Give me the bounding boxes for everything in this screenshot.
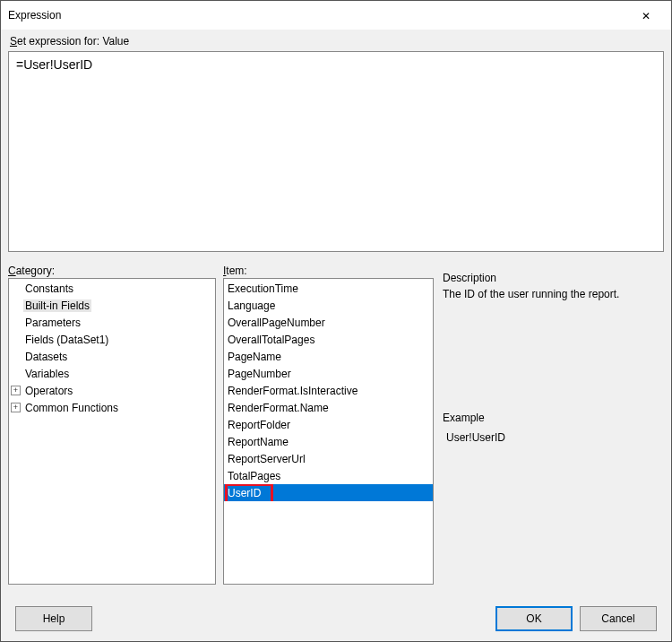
item-column: Item: ExecutionTimeLanguageOverallPageNu… bbox=[223, 265, 434, 594]
plus-icon[interactable]: + bbox=[11, 386, 21, 395]
item-label: Item: bbox=[223, 265, 434, 278]
button-row: Help OK Cancel bbox=[8, 596, 664, 641]
category-column: Category: ConstantsBuilt-in FieldsParame… bbox=[8, 265, 216, 594]
item-list-entry[interactable]: PageNumber bbox=[224, 365, 433, 382]
category-item[interactable]: Datasets bbox=[9, 348, 215, 365]
description-title: Description bbox=[441, 265, 664, 288]
item-list-entry[interactable]: RenderFormat.Name bbox=[224, 399, 433, 416]
expression-input[interactable] bbox=[8, 51, 664, 252]
lower-panel: Category: ConstantsBuilt-in FieldsParame… bbox=[8, 265, 664, 594]
dialog-body: Set expression for: Value Category: Cons… bbox=[1, 30, 671, 641]
category-item[interactable]: +Common Functions bbox=[9, 399, 215, 416]
item-list-entry[interactable]: ExecutionTime bbox=[224, 280, 433, 297]
item-list-entry[interactable]: ReportFolder bbox=[224, 416, 433, 433]
info-column: Description The ID of the user running t… bbox=[441, 265, 664, 594]
cancel-button[interactable]: Cancel bbox=[580, 606, 657, 631]
window-title: Expression bbox=[8, 9, 628, 22]
close-icon: ✕ bbox=[642, 10, 650, 22]
item-list-entry[interactable]: OverallPageNumber bbox=[224, 314, 433, 331]
category-item-label: Constants bbox=[23, 282, 75, 295]
description-text: The ID of the user running the report. bbox=[441, 288, 664, 300]
item-list-entry[interactable]: OverallTotalPages bbox=[224, 331, 433, 348]
category-item[interactable]: Variables bbox=[9, 365, 215, 382]
close-button[interactable]: ✕ bbox=[628, 7, 664, 23]
help-button[interactable]: Help bbox=[15, 606, 92, 631]
category-item[interactable]: Constants bbox=[9, 280, 215, 297]
example-title: Example bbox=[441, 408, 664, 428]
category-item-label: Fields (DataSet1) bbox=[23, 334, 110, 346]
category-item-label: Common Functions bbox=[23, 402, 120, 414]
dialog-window: Expression ✕ Set expression for: Value C… bbox=[0, 0, 672, 642]
set-expression-label: Set expression for: Value bbox=[8, 33, 664, 49]
plus-icon[interactable]: + bbox=[11, 403, 21, 412]
item-list-entry[interactable]: RenderFormat.IsInteractive bbox=[224, 382, 433, 399]
category-item-label: Parameters bbox=[23, 317, 82, 329]
category-item[interactable]: Parameters bbox=[9, 314, 215, 331]
description-area: Description The ID of the user running t… bbox=[441, 265, 664, 408]
titlebar: Expression ✕ bbox=[1, 1, 671, 30]
category-item-label: Variables bbox=[23, 368, 71, 380]
category-label: Category: bbox=[8, 265, 216, 278]
category-item[interactable]: Built-in Fields bbox=[9, 297, 215, 314]
example-text: User!UserID bbox=[441, 428, 664, 444]
item-list-entry[interactable]: ReportServerUrl bbox=[224, 450, 433, 467]
category-item[interactable]: +Operators bbox=[9, 382, 215, 399]
item-list[interactable]: ExecutionTimeLanguageOverallPageNumberOv… bbox=[223, 278, 434, 585]
category-list[interactable]: ConstantsBuilt-in FieldsParametersFields… bbox=[8, 278, 216, 585]
category-item-label: Datasets bbox=[23, 351, 69, 363]
category-item[interactable]: Fields (DataSet1) bbox=[9, 331, 215, 348]
item-list-entry[interactable]: UserID bbox=[224, 484, 433, 501]
example-area: Example User!UserID bbox=[441, 408, 664, 594]
item-list-entry[interactable]: Language bbox=[224, 297, 433, 314]
category-item-label: Built-in Fields bbox=[23, 299, 91, 312]
item-list-entry[interactable]: TotalPages bbox=[224, 467, 433, 484]
ok-button[interactable]: OK bbox=[495, 606, 573, 631]
item-list-entry[interactable]: PageName bbox=[224, 348, 433, 365]
item-list-entry[interactable]: ReportName bbox=[224, 433, 433, 450]
category-item-label: Operators bbox=[23, 385, 74, 397]
